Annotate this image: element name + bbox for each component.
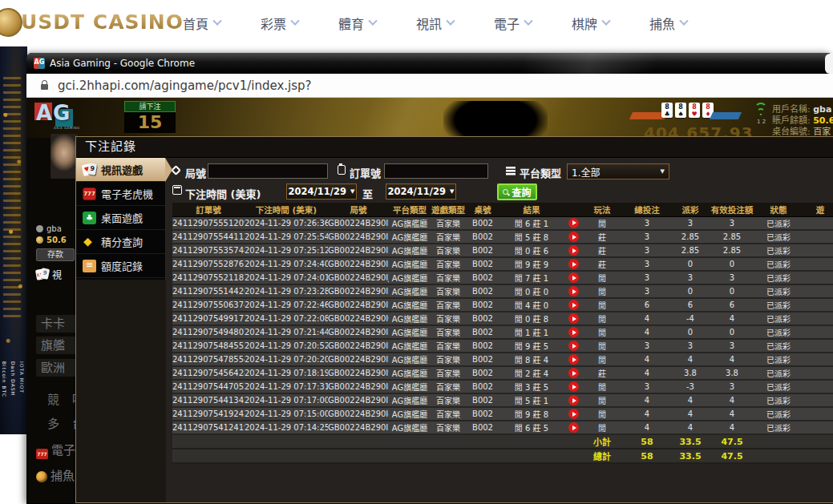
play-video-button[interactable]: [568, 341, 579, 351]
cell: -4: [673, 312, 708, 325]
modal-title: 下注記錄: [76, 137, 833, 158]
cell: 0: [673, 325, 708, 339]
cell: 241129075551209: [172, 216, 245, 230]
cell: AG旗艦廳: [389, 257, 431, 271]
cell: [801, 298, 833, 312]
cell: 3: [621, 284, 673, 298]
cell: 百家樂: [431, 366, 466, 380]
cell: 2024-11-29 07:17:31: [245, 380, 328, 393]
play-video-button[interactable]: [568, 259, 579, 269]
sidebar-item-label: 額度記錄: [101, 258, 143, 273]
play-video-button[interactable]: [568, 232, 579, 242]
cell: [801, 393, 833, 407]
cell: AG旗艦廳: [389, 298, 431, 312]
order-input[interactable]: [384, 163, 488, 179]
cell: B002: [466, 271, 499, 284]
window-titlebar[interactable]: AG Asia Gaming - Google Chrome: [26, 53, 833, 74]
sidebar-item-2[interactable]: 電子老虎機: [76, 182, 165, 206]
cell: [801, 244, 833, 257]
play-video-button[interactable]: [568, 368, 579, 378]
modal-sidebar: 視訊遊戲電子老虎機桌面遊戲積分查詢額度記錄: [76, 158, 166, 280]
deposit-button[interactable]: 存款: [36, 248, 75, 261]
totals-value: [431, 449, 466, 463]
cell: 閒 9 莊 9: [499, 257, 564, 271]
window-edge-button[interactable]: [825, 54, 833, 74]
sidebar-item-4[interactable]: 積分查詢: [76, 230, 165, 254]
window-title: Asia Gaming - Google Chrome: [50, 58, 195, 69]
playing-card: 8♥: [689, 103, 700, 118]
subtotal-row: 小計5833.547.5: [172, 434, 833, 449]
platform-select[interactable]: 1.全部 ▼: [567, 163, 669, 179]
calendar-icon: [172, 185, 182, 195]
cell: 閒: [583, 380, 621, 393]
cell: 241129075544111: [172, 230, 245, 244]
column-header: 下注時間 (美東): [245, 203, 328, 216]
totals-value: 47.5: [708, 434, 756, 449]
cell: AG旗艦廳: [389, 230, 431, 244]
cell: 241129075521187: [172, 271, 245, 284]
chevron-down-icon: [601, 17, 610, 26]
date-from-select[interactable]: 2024/11/29 ▼: [286, 183, 357, 200]
play-video-button[interactable]: [568, 272, 579, 283]
nav-label: 視訊: [416, 14, 442, 33]
cell: [801, 366, 833, 380]
cards-icon: [83, 163, 96, 176]
round-input[interactable]: [208, 163, 328, 179]
modal-content: 局號 訂單號 平台類型 1.全部 ▼ 下注時間 (美東): [166, 158, 833, 502]
play-video-button[interactable]: [568, 286, 579, 296]
play-video-button[interactable]: [568, 381, 579, 392]
play-video-button[interactable]: [568, 218, 579, 228]
sidebar-item-3[interactable]: 桌面遊戲: [76, 206, 165, 230]
cell: 4: [621, 421, 673, 434]
play-video-button[interactable]: [568, 300, 579, 310]
site-logo: USDT CASINO: [21, 10, 184, 34]
cell: 2024-11-29 07:23:28: [245, 284, 328, 298]
cell: [564, 393, 583, 407]
cell: AG旗艦廳: [389, 244, 431, 257]
play-video-button[interactable]: [568, 422, 579, 433]
status-badge: 已派彩: [756, 271, 801, 284]
cell: 241129075499177: [172, 312, 245, 325]
totals-value: 33.5: [673, 449, 708, 463]
crypto-label: IOTA MIOT: [19, 361, 25, 397]
nav-item-1[interactable]: 首頁: [183, 14, 220, 33]
date-to-select[interactable]: 2024/11/29 ▼: [386, 183, 456, 200]
table-row: 2411290754470522024-11-29 07:17:31GB0022…: [172, 380, 833, 393]
nav-item-4[interactable]: 視訊: [416, 14, 454, 33]
play-video-button[interactable]: [568, 409, 579, 419]
url-bar[interactable]: gci.2hhapi.com/agingame/pcv1/index.jsp?: [26, 74, 833, 98]
chevron-down-icon: [679, 17, 688, 26]
cell: 3: [621, 244, 673, 257]
cell: [564, 284, 583, 298]
status-badge: 已派彩: [756, 284, 801, 298]
ag-logo: AG ASIA GAMING: [34, 101, 83, 135]
cell: GB00224B290IH: [328, 298, 389, 312]
video-tab[interactable]: 視: [36, 268, 62, 281]
chevron-down-icon: [368, 17, 377, 26]
sidebar-item-5[interactable]: 額度記錄: [76, 254, 165, 278]
table-row: 2411290754785542024-11-29 07:20:20GB0022…: [172, 353, 833, 366]
sidebar-item-1[interactable]: 視訊遊戲: [76, 158, 165, 182]
cell: 百家樂: [431, 216, 466, 230]
bet-records-table: 訂單號下注時間 (美東)局號平台類型遊戲類型桌號結果玩法總投注派彩有效投注額狀態…: [172, 203, 833, 464]
nav-item-2[interactable]: 彩票: [261, 14, 298, 33]
chrome-popup-window: AG Asia Gaming - Google Chrome gci.2hhap…: [26, 53, 833, 504]
totals-value: [801, 449, 833, 463]
nav-item-6[interactable]: 棋牌: [572, 14, 609, 33]
play-video-button[interactable]: [568, 313, 579, 324]
totals-label: 小計: [583, 434, 621, 449]
play-video-button[interactable]: [568, 327, 579, 337]
play-video-button[interactable]: [568, 395, 579, 405]
cell: AG旗艦廳: [389, 421, 431, 434]
play-video-button[interactable]: [568, 354, 579, 365]
cell: B002: [466, 380, 499, 393]
play-video-button[interactable]: [568, 245, 579, 256]
cell: 2.85: [673, 230, 708, 244]
totals-value: [499, 449, 564, 463]
cell: [801, 230, 833, 244]
search-button[interactable]: 查詢: [497, 183, 537, 200]
nav-item-5[interactable]: 電子: [494, 14, 532, 33]
nav-item-7[interactable]: 捕魚: [649, 14, 687, 33]
nav-item-3[interactable]: 體育: [338, 14, 376, 33]
cell: 0: [708, 284, 756, 298]
